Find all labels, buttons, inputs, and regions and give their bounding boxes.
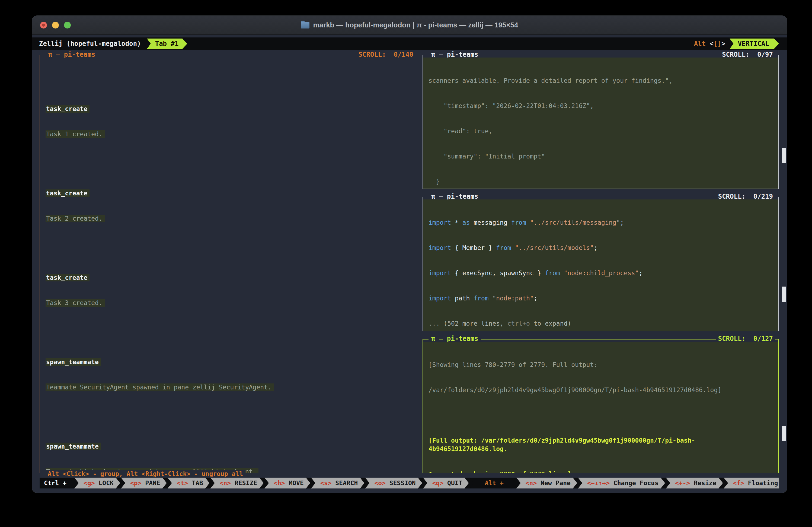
pane-bughunter-agent[interactable]: π — pi-teams SCROLL: 0/127 [Showing line… [422, 339, 779, 473]
tool-result: Task 2 created. [46, 215, 105, 222]
keybinding-bar: Ctrl + <g> LOCK <p> PANE <t> TAB <n> RES… [40, 478, 779, 488]
tool-call-task-3: task_create Task 3 created. [46, 257, 413, 324]
code-block: import * as messaging from "../src/utils… [423, 199, 778, 330]
tool-name: spawn_teammate [46, 358, 101, 366]
zoom-button[interactable] [64, 22, 71, 28]
window-title: markb — hopeful-megalodon | π - pi-teams… [313, 21, 518, 29]
tool-name: spawn_teammate [46, 443, 101, 450]
zellij-tab-bar: Zellij (hopeful-megalodon) Tab #1 Alt <[… [32, 38, 787, 50]
keybar-tab: <t> TAB [168, 478, 209, 488]
tool-call-task-2: task_create Task 2 created. [46, 172, 413, 240]
layout-mode-badge: VERTICAL [729, 39, 779, 49]
keybar-pane: <p> PANE [121, 478, 167, 488]
folder-icon [301, 22, 309, 28]
keybar-session: <o> SESSION [365, 478, 422, 488]
group-hint: Alt <Click> - group, Alt <Right-Click> -… [46, 470, 245, 478]
scrollbar-thumb[interactable] [782, 148, 786, 163]
tool-result: Task 1 created. [46, 130, 105, 138]
keybar-floating: <f> Floating [724, 478, 779, 488]
keybar-search: <s> SEARCH [311, 478, 364, 488]
terminal-window: markb — hopeful-megalodon | π - pi-teams… [32, 15, 787, 493]
keybar-alt: Alt + [470, 478, 516, 488]
tool-call-spawn-security: spawn_teammate Teammate SecurityAgent sp… [46, 341, 413, 409]
tool-result: Teammate SecurityAgent spawned in pane z… [46, 383, 274, 391]
tool-name: task_create [46, 105, 89, 113]
tool-name: task_create [46, 274, 89, 281]
keybar-resize: <n> RESIZE [211, 478, 264, 488]
tool-call-task-1: task_create Task 1 created. [46, 88, 413, 155]
keybar-new-pane: <n> New Pane [517, 478, 577, 488]
alt-brackets-hint: Alt <[]> [694, 40, 725, 47]
right-pane-column: π — pi-teams SCROLL: 0/97 scanners avail… [422, 55, 779, 473]
keybar-quit: <q> QUIT [423, 478, 469, 488]
pane-linter-agent[interactable]: π — pi-teams SCROLL: 0/219 import * as m… [422, 197, 779, 331]
pane-orchestrator[interactable]: π — pi-teams SCROLL: 0/140 task_create T… [40, 55, 419, 473]
json-output-block: scanners available. Provide a detailed r… [423, 58, 778, 189]
scrollbar-thumb[interactable] [782, 426, 786, 441]
window-titlebar: markb — hopeful-megalodon | π - pi-teams… [32, 16, 787, 35]
tool-call-spawn-linter: spawn_teammate Teammate LinterAgent spaw… [46, 426, 413, 473]
pane-area: π — pi-teams SCROLL: 0/140 task_create T… [32, 50, 787, 476]
keybar-ctrl: Ctrl + [40, 478, 73, 488]
log-output-block: [Showing lines 780-2779 of 2779. Full ou… [423, 342, 778, 473]
scrollbar-thumb[interactable] [782, 287, 786, 302]
traffic-lights [40, 22, 71, 28]
tab-1[interactable]: Tab #1 [147, 39, 187, 49]
close-button[interactable] [40, 22, 47, 28]
minimize-button[interactable] [52, 22, 59, 28]
tool-result: Task 3 created. [46, 299, 105, 307]
keybar-change-focus: <←↓↑→> Change Focus [578, 478, 665, 488]
pane-security-agent[interactable]: π — pi-teams SCROLL: 0/97 scanners avail… [422, 55, 779, 189]
session-name: Zellij (hopeful-megalodon) [39, 40, 141, 47]
keybar-lock: <g> LOCK [74, 478, 120, 488]
keybar-resize-alt: <+-> Resize [666, 478, 723, 488]
keybar-move: <h> MOVE [264, 478, 310, 488]
tool-name: task_create [46, 189, 89, 197]
